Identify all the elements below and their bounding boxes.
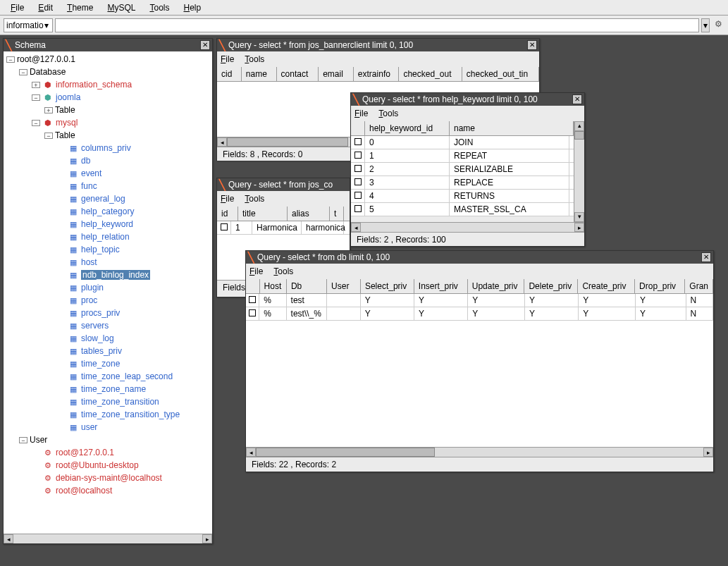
column-header[interactable]: Host (260, 279, 287, 293)
tree-item[interactable]: proc (5, 294, 211, 307)
tree-item[interactable]: +Table (5, 104, 211, 116)
tree-item[interactable]: tables_priv (5, 345, 211, 357)
panel-menu-tools[interactable]: Tools (245, 194, 264, 204)
query-titlebar[interactable]: ╲ Query - select * from jos_co (217, 178, 350, 191)
column-header[interactable]: name (450, 121, 574, 135)
column-header[interactable]: contact (277, 67, 319, 81)
tree-item[interactable]: help_keyword (5, 218, 211, 230)
menu-tools[interactable]: Tools (142, 1, 176, 14)
panel-menu-tools[interactable]: Tools (378, 109, 398, 118)
scroll-left-icon[interactable]: ◂ (351, 223, 361, 232)
checkbox-icon[interactable] (221, 223, 228, 230)
column-header[interactable]: t (330, 207, 344, 221)
tree-item[interactable]: host (5, 256, 211, 269)
tree-item[interactable]: help_topic (5, 243, 211, 256)
column-header[interactable]: Delete_priv (524, 279, 578, 293)
schema-hscroll[interactable]: ◂ ▸ (4, 534, 212, 543)
tree-item[interactable]: −mysql (5, 116, 211, 129)
database-selector[interactable]: informatio ▾ (4, 18, 53, 32)
scroll-left-icon[interactable]: ◂ (217, 137, 227, 147)
table-row[interactable]: 5MASTER_SSL_CA (351, 203, 574, 216)
table-row[interactable]: 3REPLACE (351, 176, 574, 190)
column-header[interactable]: help_keyword_id (365, 121, 450, 135)
column-header[interactable]: checked_out_tin (462, 67, 539, 81)
query-titlebar[interactable]: ╲ Query - select * from help_keyword lim… (351, 93, 584, 106)
scroll-left-icon[interactable]: ◂ (246, 448, 256, 457)
menu-edit[interactable]: Edit (31, 1, 60, 14)
menu-file[interactable]: File (4, 1, 31, 14)
chevron-down-icon[interactable]: ▾ (44, 20, 50, 30)
table-row[interactable]: %test\\_%YYYYYYN (246, 307, 713, 321)
checkbox-icon[interactable] (354, 192, 362, 199)
table-row[interactable]: 2SERIALIZABLE (351, 163, 574, 176)
column-header[interactable]: title (238, 207, 288, 221)
table-row[interactable]: 0JOIN (351, 136, 574, 149)
panel-menu-tools[interactable]: Tools (245, 54, 264, 64)
column-header[interactable]: checked_out (399, 67, 462, 81)
expand-icon[interactable]: − (19, 437, 27, 443)
tree-item[interactable]: −Database (5, 66, 211, 78)
scroll-left-icon[interactable]: ◂ (4, 534, 13, 543)
checkbox-icon[interactable] (249, 296, 256, 303)
tree-item[interactable]: time_zone_leap_second (5, 370, 211, 383)
expand-icon[interactable]: − (32, 120, 40, 126)
panel-menu-file[interactable]: File (221, 54, 234, 64)
scroll-up-icon[interactable]: ▴ (574, 121, 584, 131)
scroll-right-icon[interactable]: ▸ (574, 223, 584, 232)
tree-item[interactable]: event (5, 167, 211, 180)
expand-icon[interactable]: − (32, 94, 40, 101)
schema-titlebar[interactable]: ╲ Schema ✕ (4, 39, 212, 51)
scroll-right-icon[interactable]: ▸ (202, 534, 212, 543)
menu-mysql[interactable]: MySQL (100, 1, 142, 14)
column-header[interactable]: id (217, 207, 238, 221)
column-header[interactable]: alias (288, 207, 330, 221)
column-header[interactable]: extrainfo (354, 67, 400, 81)
tree-item[interactable]: −joomla (5, 91, 211, 104)
gear-icon[interactable]: ⚙ (712, 19, 724, 32)
expand-icon[interactable]: − (44, 133, 53, 139)
panel-menu-file[interactable]: File (221, 194, 234, 204)
tree-item[interactable]: general_log (5, 192, 211, 205)
query-dropdown[interactable]: ▾ (701, 18, 710, 32)
tree-item[interactable]: help_relation (5, 230, 211, 243)
expand-icon[interactable]: + (44, 107, 53, 113)
expand-icon[interactable]: − (19, 69, 27, 75)
panel-menu-file[interactable]: File (249, 266, 263, 276)
column-header[interactable]: cid (217, 67, 242, 81)
panel-menu-tools[interactable]: Tools (273, 266, 293, 276)
query-titlebar[interactable]: ╲ Query - select * from db limit 0, 100 … (246, 251, 713, 264)
tree-item[interactable]: func (5, 180, 211, 192)
tree-item[interactable]: time_zone_transition_type (5, 408, 211, 421)
close-icon[interactable]: ✕ (572, 94, 582, 104)
column-header[interactable]: email (319, 67, 354, 81)
checkbox-icon[interactable] (354, 165, 362, 172)
tree-item[interactable]: db (5, 154, 211, 167)
column-header[interactable]: Select_priv (361, 279, 414, 293)
column-header[interactable]: Drop_priv (635, 279, 685, 293)
column-header[interactable]: User (327, 279, 361, 293)
column-header[interactable]: name (242, 67, 277, 81)
tree-item[interactable]: −User (5, 433, 211, 446)
menu-theme[interactable]: Theme (60, 1, 100, 14)
checkbox-icon[interactable] (354, 152, 362, 159)
grid-hscroll[interactable]: ◂ ▸ (246, 447, 713, 457)
grid-vscroll[interactable]: ▴ ▾ (574, 121, 584, 222)
tree-item[interactable]: plugin (5, 281, 211, 294)
table-row[interactable]: %testYYYYYYN (246, 294, 713, 307)
tree-item[interactable]: help_category (5, 205, 211, 218)
table-row[interactable]: 1REPEAT (351, 149, 574, 163)
checkbox-icon[interactable] (249, 309, 256, 316)
tree-item[interactable]: root@Ubuntu-desktop (5, 459, 211, 472)
table-row[interactable]: 1Harmonicaharmonica (217, 221, 350, 235)
grid-hscroll[interactable]: ◂ ▸ (351, 222, 584, 232)
column-header[interactable]: Update_priv (468, 279, 525, 293)
tree-item[interactable]: debian-sys-maint@localhost (5, 472, 211, 484)
close-icon[interactable]: ✕ (527, 40, 537, 50)
tree-item[interactable]: procs_priv (5, 307, 211, 319)
tree-item[interactable]: time_zone (5, 357, 211, 370)
tree-item[interactable]: time_zone_transition (5, 395, 211, 408)
expand-icon[interactable]: + (32, 82, 40, 88)
column-header[interactable]: Create_priv (578, 279, 635, 293)
checkbox-icon[interactable] (354, 178, 362, 185)
close-icon[interactable]: ✕ (701, 252, 711, 262)
